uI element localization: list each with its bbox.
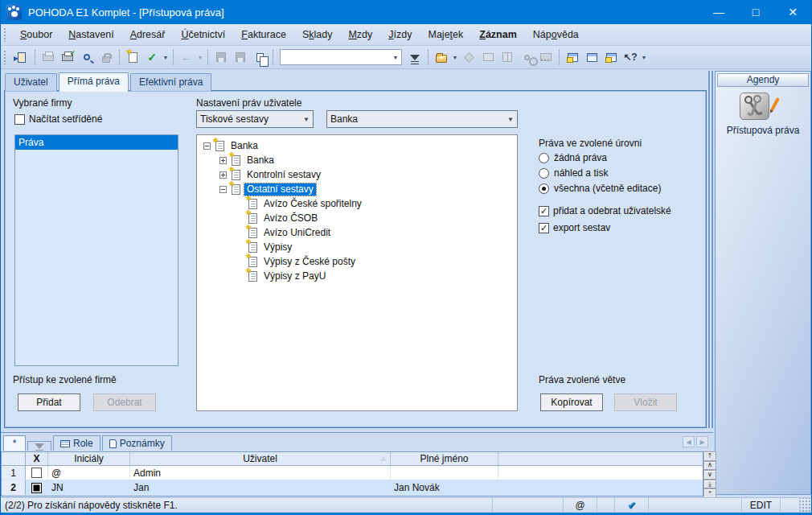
tab-filter[interactable] <box>27 441 51 451</box>
radio-vsechna[interactable]: všechna (včetně editace) <box>539 183 661 194</box>
tree-item-selected[interactable]: Ostatní sestavy <box>244 183 316 196</box>
columns-icon[interactable] <box>498 48 517 66</box>
copy-rights-button[interactable]: Kopírovat <box>540 393 603 411</box>
print-icon[interactable] <box>58 48 77 66</box>
toolbar-grip-2[interactable] <box>3 50 7 64</box>
search-dropdown-icon[interactable]: ▼ <box>390 55 401 60</box>
agendas-header[interactable]: Agendy <box>717 73 809 87</box>
open-agenda-icon[interactable] <box>563 48 582 66</box>
load-sorted-checkbox[interactable]: Načítat setříděné <box>14 113 102 125</box>
cell-initials[interactable]: @ <box>48 466 130 480</box>
back-dropdown-icon[interactable]: ▼ <box>196 48 204 66</box>
print-preview-icon[interactable] <box>77 48 96 66</box>
checkbox-pridat-odebrat[interactable]: ✓přidat a odebrat uživatelské <box>539 205 671 216</box>
menu-jizdy[interactable]: Jízdy <box>380 26 420 43</box>
radio-zadna-prava[interactable]: žádná práva <box>539 152 607 163</box>
cell-user[interactable]: Admin <box>130 466 391 480</box>
companies-listbox[interactable]: Práva <box>14 134 178 366</box>
rights-type-combobox[interactable]: Tiskové sestavy ▼ <box>196 110 314 128</box>
tab-scroll-left-icon[interactable]: ◀ <box>683 436 695 447</box>
tree-item[interactable]: Kontrolní sestavy <box>244 169 323 181</box>
keys-pencil-icon[interactable] <box>740 93 769 120</box>
table-row-selected[interactable]: 2 JN Jan Jan Novák <box>2 480 703 496</box>
column-fullname[interactable]: Plné jméno <box>391 452 498 465</box>
menu-mzdy[interactable]: Mzdy <box>340 26 380 43</box>
column-user[interactable]: Uživatel <box>130 452 391 465</box>
favorites-folder-icon[interactable]: ★ <box>432 48 451 66</box>
add-button[interactable]: Přidat <box>18 393 80 411</box>
radio-icon[interactable] <box>539 168 549 179</box>
checkbox-checked-icon[interactable]: ✓ <box>539 206 549 216</box>
maximize-button[interactable]: □ <box>737 0 774 24</box>
paste-rights-button[interactable]: Vložit <box>614 393 677 411</box>
list-item[interactable]: Práva <box>15 135 178 150</box>
row-checkbox-focused-icon[interactable] <box>31 483 42 493</box>
expand-plus-icon[interactable] <box>219 157 227 164</box>
menu-napoveda[interactable]: Nápověda <box>525 26 587 43</box>
tree-item[interactable]: Banka <box>244 154 277 167</box>
reports-tree[interactable]: ★Banka ★Banka ★Kontrolní sestavy ★Ostatn… <box>196 134 518 411</box>
agenda-item-pristupova-prava[interactable]: Přístupová práva <box>716 125 810 136</box>
checkbox-checked-icon[interactable]: ✓ <box>539 223 549 233</box>
filter-icon[interactable] <box>405 48 424 66</box>
tab-scroll-right-icon[interactable]: ▶ <box>696 436 708 447</box>
column-x[interactable]: X <box>26 452 48 465</box>
print-stored-icon[interactable] <box>39 48 58 66</box>
cell-user[interactable]: Jan <box>130 480 391 495</box>
menu-adresar[interactable]: Adresář <box>122 26 174 43</box>
favorites-dropdown-icon[interactable]: ▼ <box>451 48 459 66</box>
save-record-icon[interactable]: ✓ <box>142 48 162 66</box>
back-icon[interactable]: ← <box>177 48 196 66</box>
open-agenda3-icon[interactable] <box>601 48 621 66</box>
scroll-up-icon[interactable]: ∧ <box>703 461 716 471</box>
tree-item[interactable]: Výpisy z PayU <box>261 270 328 282</box>
toolbar-grip[interactable] <box>3 27 7 42</box>
save-view2-icon[interactable] <box>231 48 250 66</box>
exit-agenda-icon[interactable] <box>12 48 31 66</box>
open-agenda2-icon[interactable] <box>582 48 601 66</box>
rights-area-combobox[interactable]: Banka ▼ <box>326 110 518 128</box>
vertical-splitter[interactable] <box>708 71 713 431</box>
menu-soubor[interactable]: Soubor <box>12 26 60 43</box>
media-icon[interactable] <box>536 48 556 66</box>
close-button[interactable]: ✕ <box>774 0 811 24</box>
menu-ucetnictvi[interactable]: Účetnictví <box>173 26 233 43</box>
menu-sklady[interactable]: Sklady <box>294 26 341 43</box>
help-pointer-icon[interactable]: ↖? <box>621 48 640 66</box>
lock-icon[interactable] <box>96 48 116 66</box>
remove-button[interactable]: Odebrat <box>93 393 156 411</box>
tab-poznamky[interactable]: Poznámky <box>102 435 172 451</box>
menu-nastaveni[interactable]: Nastavení <box>60 26 121 43</box>
menu-fakturace[interactable]: Fakturace <box>233 26 294 43</box>
save-record-dropdown-icon[interactable]: ▼ <box>162 48 170 66</box>
tab-role[interactable]: Role <box>53 435 100 451</box>
card-icon[interactable] <box>478 48 498 66</box>
tag-icon[interactable] <box>459 48 478 66</box>
menu-zaznam[interactable]: Záznam <box>471 26 525 43</box>
new-record-icon[interactable]: ★ <box>123 48 142 66</box>
expand-minus-icon[interactable] <box>203 142 211 150</box>
table-row[interactable]: 1 @ Admin <box>2 466 703 481</box>
expand-plus-icon[interactable] <box>219 171 227 179</box>
row-checkbox-icon[interactable] <box>31 468 42 478</box>
scroll-down-icon[interactable]: ∨ <box>703 470 716 480</box>
link-icon[interactable] <box>517 48 536 66</box>
cell-initials[interactable]: JN <box>48 480 130 495</box>
radio-icon[interactable] <box>539 153 549 163</box>
expand-minus-icon[interactable] <box>219 186 227 193</box>
tree-item[interactable]: Výpisy <box>261 241 294 253</box>
save-view-icon[interactable] <box>211 48 231 66</box>
radio-selected-icon[interactable] <box>539 183 549 194</box>
search-input[interactable] <box>281 51 390 64</box>
copy-icon[interactable] <box>250 48 269 66</box>
scroll-last-icon[interactable]: ⤓ <box>703 480 716 489</box>
tree-item[interactable]: Výpisy z České pošty <box>261 256 358 268</box>
tab-uzivatel[interactable]: Uživatel <box>5 73 57 91</box>
tab-prima-prava[interactable]: Přímá práva <box>59 72 129 92</box>
tab-star[interactable]: * <box>3 435 26 451</box>
resize-grip[interactable] <box>800 498 811 513</box>
column-initials[interactable]: Iniciály <box>48 452 130 465</box>
checkbox-export-sestav[interactable]: ✓export sestav <box>539 222 610 233</box>
minimize-button[interactable]: — <box>700 0 737 24</box>
tree-item[interactable]: Avízo České spořitelny <box>261 198 364 210</box>
